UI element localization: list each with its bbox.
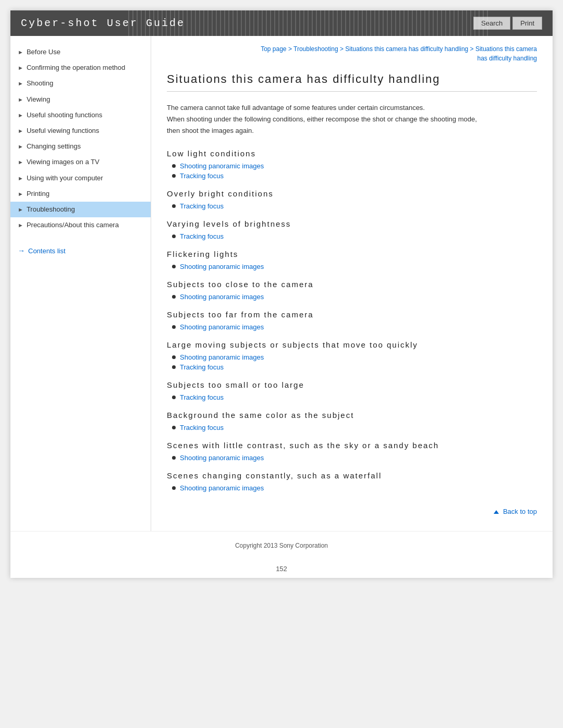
- intro-text: The camera cannot take full advantage of…: [167, 102, 537, 137]
- section-5: Subjects too far from the cameraShooting…: [167, 310, 537, 331]
- bullet-icon: [172, 204, 176, 208]
- section-list-0: Shooting panoramic imagesTracking focus: [167, 162, 537, 180]
- search-button[interactable]: Search: [473, 17, 510, 30]
- list-item: Shooting panoramic images: [172, 484, 537, 492]
- arrow-icon: ►: [18, 143, 23, 151]
- arrow-icon: ►: [18, 158, 23, 166]
- sidebar-item-printing[interactable]: ► Printing: [10, 186, 151, 202]
- section-list-1: Tracking focus: [167, 202, 537, 210]
- section-2: Varying levels of brightnessTracking foc…: [167, 219, 537, 240]
- bullet-icon: [172, 174, 176, 178]
- section-list-7: Tracking focus: [167, 393, 537, 401]
- sidebar-item-useful-viewing[interactable]: ► Useful viewing functions: [10, 123, 151, 139]
- header-title: Cyber-shot User Guide: [21, 17, 185, 29]
- section-title-0: Low light conditions: [167, 149, 537, 158]
- sidebar-item-confirming[interactable]: ► Confirming the operation method: [10, 60, 151, 76]
- section-title-2: Varying levels of brightness: [167, 219, 537, 228]
- header: Cyber-shot User Guide Search Print: [10, 10, 553, 36]
- back-to-top-link[interactable]: Back to top: [503, 508, 537, 515]
- content-area: Top page > Troubleshooting > Situations …: [151, 36, 553, 531]
- list-item: Tracking focus: [172, 363, 537, 371]
- arrow-icon: ►: [18, 175, 23, 182]
- section-link-6-0[interactable]: Shooting panoramic images: [180, 353, 264, 361]
- sidebar-item-viewing-tv[interactable]: ► Viewing images on a TV: [10, 154, 151, 170]
- sidebar-item-shooting[interactable]: ► Shooting: [10, 76, 151, 91]
- section-link-0-0[interactable]: Shooting panoramic images: [180, 162, 264, 170]
- header-buttons: Search Print: [473, 17, 542, 30]
- section-list-8: Tracking focus: [167, 424, 537, 431]
- print-button[interactable]: Print: [512, 17, 542, 30]
- breadcrumb-troubleshooting[interactable]: Troubleshooting: [293, 45, 338, 53]
- section-title-6: Large moving subjects or subjects that m…: [167, 340, 537, 349]
- list-item: Tracking focus: [172, 202, 537, 210]
- main-layout: ► Before Use ► Confirming the operation …: [10, 36, 553, 531]
- list-item: Shooting panoramic images: [172, 353, 537, 361]
- section-link-0-1[interactable]: Tracking focus: [180, 172, 224, 180]
- section-list-10: Shooting panoramic images: [167, 484, 537, 492]
- section-list-5: Shooting panoramic images: [167, 323, 537, 331]
- page-wrapper: Cyber-shot User Guide Search Print ► Bef…: [10, 10, 553, 578]
- arrow-icon: ►: [18, 221, 23, 229]
- bullet-icon: [172, 396, 176, 399]
- bullet-icon: [172, 235, 176, 238]
- sidebar: ► Before Use ► Confirming the operation …: [10, 36, 151, 531]
- section-list-9: Shooting panoramic images: [167, 454, 537, 462]
- arrow-icon: ►: [18, 96, 23, 104]
- section-link-7-0[interactable]: Tracking focus: [180, 393, 224, 401]
- section-title-4: Subjects too close to the camera: [167, 280, 537, 289]
- sidebar-item-changing-settings[interactable]: ► Changing settings: [10, 139, 151, 154]
- list-item: Tracking focus: [172, 232, 537, 240]
- arrow-icon: ►: [18, 190, 23, 198]
- footer: Copyright 2013 Sony Corporation: [10, 531, 553, 560]
- bullet-icon: [172, 265, 176, 268]
- list-item: Tracking focus: [172, 393, 537, 401]
- section-link-8-0[interactable]: Tracking focus: [180, 424, 224, 431]
- bullet-icon: [172, 456, 176, 460]
- sidebar-item-before-use[interactable]: ► Before Use: [10, 44, 151, 60]
- section-title-5: Subjects too far from the camera: [167, 310, 537, 319]
- section-title-3: Flickering lights: [167, 250, 537, 258]
- section-link-5-0[interactable]: Shooting panoramic images: [180, 323, 264, 331]
- arrow-icon: ►: [18, 112, 23, 119]
- arrow-icon: ►: [18, 206, 23, 214]
- section-list-3: Shooting panoramic images: [167, 263, 537, 270]
- sidebar-item-computer[interactable]: ► Using with your computer: [10, 170, 151, 186]
- sidebar-item-viewing[interactable]: ► Viewing: [10, 92, 151, 107]
- bullet-icon: [172, 426, 176, 429]
- arrow-icon: ►: [18, 64, 23, 72]
- list-item: Shooting panoramic images: [172, 263, 537, 270]
- bullet-icon: [172, 365, 176, 369]
- section-link-10-0[interactable]: Shooting panoramic images: [180, 484, 264, 492]
- sidebar-item-precautions[interactable]: ► Precautions/About this camera: [10, 217, 151, 233]
- section-link-3-0[interactable]: Shooting panoramic images: [180, 263, 264, 270]
- bullet-icon: [172, 164, 176, 168]
- section-link-4-0[interactable]: Shooting panoramic images: [180, 293, 264, 301]
- page-title: Situations this camera has difficulty ha…: [167, 72, 537, 92]
- back-to-top[interactable]: Back to top: [167, 508, 537, 515]
- breadcrumb-situations[interactable]: Situations this camera has difficulty ha…: [345, 45, 468, 53]
- section-title-10: Scenes changing constantly, such as a wa…: [167, 471, 537, 480]
- section-3: Flickering lightsShooting panoramic imag…: [167, 250, 537, 270]
- sidebar-item-useful-shooting[interactable]: ► Useful shooting functions: [10, 107, 151, 123]
- section-link-6-1[interactable]: Tracking focus: [180, 363, 224, 371]
- list-item: Shooting panoramic images: [172, 293, 537, 301]
- list-item: Tracking focus: [172, 172, 537, 180]
- section-1: Overly bright conditionsTracking focus: [167, 189, 537, 210]
- contents-arrow-icon: →: [18, 246, 25, 255]
- section-10: Scenes changing constantly, such as a wa…: [167, 471, 537, 492]
- breadcrumb: Top page > Troubleshooting > Situations …: [167, 44, 537, 63]
- arrow-icon: ►: [18, 48, 23, 56]
- section-4: Subjects too close to the cameraShooting…: [167, 280, 537, 301]
- breadcrumb-current[interactable]: Situations this camerahas difficulty han…: [475, 45, 537, 62]
- breadcrumb-top[interactable]: Top page: [261, 45, 286, 53]
- page-number: 152: [10, 560, 553, 578]
- sections-container: Low light conditionsShooting panoramic i…: [167, 149, 537, 492]
- section-title-9: Scenes with little contrast, such as the…: [167, 441, 537, 450]
- arrow-icon: ►: [18, 80, 23, 88]
- contents-list-link[interactable]: → Contents list: [10, 241, 151, 260]
- section-link-9-0[interactable]: Shooting panoramic images: [180, 454, 264, 462]
- section-link-2-0[interactable]: Tracking focus: [180, 232, 224, 240]
- section-link-1-0[interactable]: Tracking focus: [180, 202, 224, 210]
- bullet-icon: [172, 325, 176, 329]
- sidebar-item-troubleshooting[interactable]: ► Troubleshooting: [10, 202, 151, 217]
